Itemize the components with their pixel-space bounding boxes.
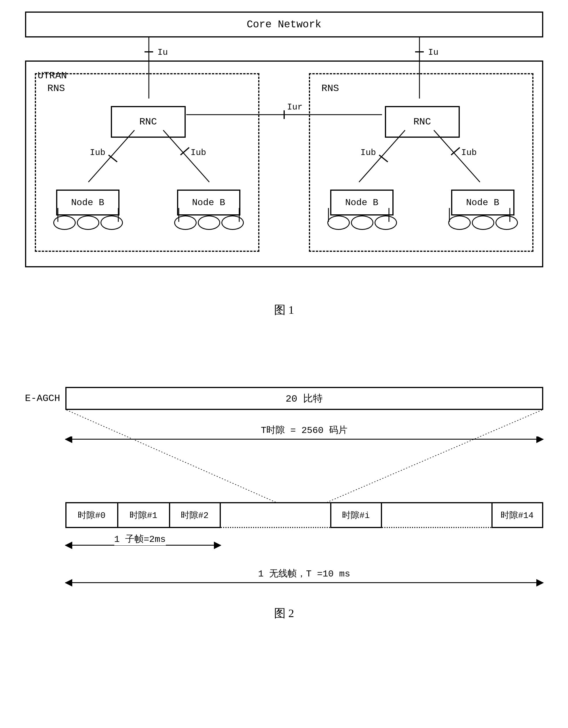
eagch-row: E-AGCH 20 比特 [25,387,543,410]
rns-label-2: RNS [321,83,339,94]
rns-box-2: RNS RNC Node B Node B [309,73,533,252]
slot-gap-2 [382,502,491,528]
tslot-label: T时隙 = 2560 码片 [255,425,353,436]
bits-label: 20 比特 [285,392,323,405]
nodeb-2a: Node B [330,190,393,215]
core-network-box: Core Network [25,12,543,37]
nodeb-label-2a: Node B [345,197,378,208]
nodeb-label-1b: Node B [192,197,225,208]
subframe-arrow: 1 子帧=2ms [65,536,543,556]
slot-14: 时隙#14 [491,502,543,528]
slot-gap-1 [221,502,330,528]
figure-1-utran-diagram: Core Network UTRAN RNS RNC Node B Node B [25,12,543,267]
iu-label-1: Iu [158,48,168,57]
nodeb-1a: Node B [56,190,120,215]
arrow-right-icon [536,436,544,443]
radioframe-arrow: 1 无线帧，T =10 ms [65,571,543,594]
slots-row: 时隙#0 时隙#1 时隙#2 时隙#i 时隙#14 [65,502,543,528]
cell-icon [101,215,123,230]
nodeb-1b: Node B [177,190,241,215]
nodeb-label-1a: Node B [71,197,104,208]
arrow-left-icon [65,436,72,443]
figure-2-frame-structure: E-AGCH 20 比特 T时隙 = 2560 码片 时隙#0 时隙#1 时隙#… [25,387,543,594]
cell-icon [198,215,220,230]
rns-box-1: RNS RNC Node B Node B [35,73,260,252]
cell-icon [351,215,373,230]
tslot-arrow: T时隙 = 2560 码片 [65,427,543,450]
bitbox: 20 比特 [65,387,543,410]
arrow-left-icon [65,579,72,587]
radioframe-label: 1 无线帧，T =10 ms [252,569,356,579]
cell-icon [374,215,397,230]
slot-1: 时隙#1 [117,502,169,528]
slot-0: 时隙#0 [65,502,117,528]
slot-2: 时隙#2 [169,502,221,528]
cell-icon [222,215,244,230]
rnc-box-2: RNC [385,106,460,138]
cells-2b [448,215,518,230]
cell-icon [448,215,471,230]
subframe-label: 1 子帧=2ms [114,533,166,545]
nodeb-label-2b: Node B [466,197,499,208]
cells-1b [174,215,244,230]
rnc-box-1: RNC [111,106,186,138]
arrow-right-icon [214,542,222,549]
figure-2-caption: 图 2 [274,605,294,621]
nodeb-2b: Node B [451,190,514,215]
cell-icon [327,215,350,230]
rnc-label-2: RNC [413,116,431,127]
arrow-right-icon [536,579,544,587]
cell-icon [77,215,99,230]
arrow-left-icon [65,542,72,549]
iu-label-2: Iu [428,48,438,57]
utran-box: UTRAN RNS RNC Node B Node B [25,60,543,267]
cells-1a [53,215,123,230]
figure-1-caption: 图 1 [274,302,294,318]
eagch-label: E-AGCH [25,387,65,410]
rns-row: RNS RNC Node B Node B [35,73,533,252]
cell-icon [174,215,197,230]
cell-icon [53,215,76,230]
cell-icon [472,215,494,230]
core-network-label: Core Network [247,19,321,31]
cells-2a [327,215,397,230]
rns-label-1: RNS [48,83,65,94]
cell-icon [495,215,518,230]
slot-i: 时隙#i [330,502,382,528]
rnc-label-1: RNC [139,116,157,127]
